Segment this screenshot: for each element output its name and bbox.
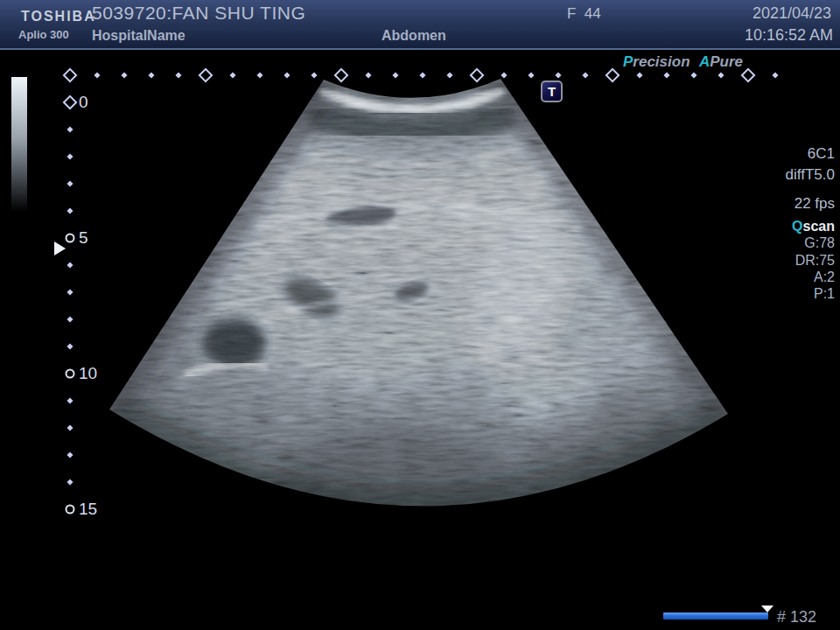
exam-preset: Abdomen [382, 28, 446, 44]
depth-label: 5 [79, 228, 88, 248]
brand-logo: TOSHIBA [21, 9, 96, 24]
param-a-readout: A:2 [814, 270, 835, 285]
apure-mode-label: APure [699, 53, 743, 71]
hospital-name: HospitalName [92, 28, 186, 44]
precision-initial: P [623, 53, 633, 70]
precision-mode-label: Precision [623, 53, 690, 71]
exam-time: 10:16:52 AM [745, 26, 833, 45]
machine-model: Aplio 300 [18, 28, 69, 41]
patient-sex-age: F 44 [567, 5, 601, 23]
depth-label: 15 [79, 500, 97, 519]
apure-initial: A [699, 53, 710, 70]
apure-rest: Pure [710, 53, 743, 70]
qscan-initial: Q [792, 219, 802, 234]
probe-name: 6C1 [808, 145, 835, 163]
frame-counter: # 132 [777, 608, 816, 626]
qscan-rest: scan [803, 219, 835, 234]
cine-position-caret [761, 606, 774, 612]
param-p-readout: P:1 [814, 286, 835, 302]
precision-rest: recision [633, 53, 690, 70]
cine-progress-bar [663, 612, 768, 620]
qscan-label: Qscan [792, 219, 835, 234]
depth-major-tick [66, 505, 75, 514]
depth-major-tick [66, 234, 75, 243]
focus-marker-icon [54, 242, 66, 256]
gain-readout: G:78 [804, 235, 835, 251]
patient-id-name: 5039720:FAN SHU TING [92, 3, 305, 24]
frame-rate: 22 fps [794, 195, 835, 213]
dynamic-range-readout: DR:75 [795, 253, 835, 269]
depth-label: 10 [79, 364, 97, 383]
header-bar: TOSHIBA Aplio 300 5039720:FAN SHU TING H… [0, 0, 840, 50]
orientation-marker: T [541, 80, 563, 102]
grayscale-bar [11, 77, 27, 212]
depth-major-tick [66, 369, 75, 379]
depth-label: 0 [79, 93, 88, 112]
ultrasound-image [0, 0, 840, 630]
exam-date: 2021/04/23 [752, 4, 831, 23]
image-preset: diffT5.0 [786, 166, 835, 184]
